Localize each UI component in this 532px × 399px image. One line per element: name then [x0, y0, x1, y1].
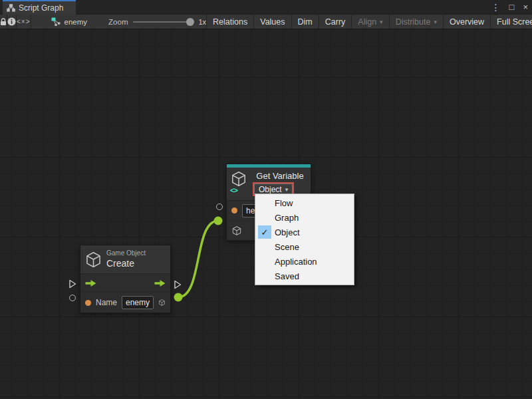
menu-item-object[interactable]: ✓ Object [255, 225, 354, 239]
name-input-port[interactable] [69, 295, 76, 301]
name-input[interactable]: enemy [122, 296, 154, 309]
menu-item-graph[interactable]: Graph [255, 210, 354, 225]
chevron-down-icon: ▾ [380, 19, 383, 25]
zoom-slider-knob[interactable] [186, 18, 194, 26]
flow-out-arrow-icon[interactable] [154, 280, 166, 287]
flow-output-port[interactable] [174, 280, 182, 289]
game-object-port-icon[interactable] [231, 225, 242, 236]
zoom-to-fit-button[interactable]: <×> [17, 15, 31, 29]
chevron-down-icon: ▾ [285, 186, 289, 193]
toolbar-button-fullscreen[interactable]: Full Screen [490, 15, 532, 29]
create-game-object-node[interactable]: Game Object Create Name enemy [80, 245, 171, 313]
node-title: Create [106, 258, 146, 270]
game-object-port-icon[interactable] [158, 297, 166, 308]
lock-button[interactable] [0, 15, 7, 29]
tab-title: Script Graph [19, 3, 63, 13]
cube-icon [84, 251, 102, 269]
toolbar-button-overview[interactable]: Overview [443, 15, 490, 29]
toolbar-button-relations[interactable]: Relations [206, 15, 253, 29]
breadcrumb-label: enemy [65, 18, 88, 26]
menu-item-saved[interactable]: Saved [255, 269, 354, 283]
info-icon [7, 17, 16, 26]
graph-toolbar: <×> enemy Zoom 1x Relations Values Dim C… [0, 15, 532, 29]
code-brackets-icon: <> [230, 186, 237, 194]
zoom-control: Zoom 1x [108, 15, 206, 29]
wire-target-port[interactable] [214, 217, 223, 225]
tab-script-graph[interactable]: Script Graph [3, 0, 76, 15]
create-node-header: Game Object Create [80, 245, 170, 273]
toolbar-button-distribute[interactable]: Distribute ▾ [389, 15, 443, 29]
variable-cube-icon: <> [230, 170, 250, 193]
wire-source-port[interactable] [174, 293, 183, 302]
flow-input-port[interactable] [68, 279, 76, 289]
maximize-button[interactable]: □ [509, 0, 515, 15]
variable-name-input-port[interactable] [216, 203, 223, 210]
window-menu-button[interactable]: ⋮ [491, 0, 501, 15]
menu-item-application[interactable]: Application [255, 254, 354, 269]
value-port-dot[interactable] [85, 300, 91, 306]
menu-item-scene[interactable]: Scene [255, 239, 354, 254]
check-icon: ✓ [258, 225, 271, 239]
name-label: Name [96, 298, 117, 307]
menu-item-flow[interactable]: Flow [255, 196, 354, 210]
zoom-slider[interactable] [133, 21, 193, 23]
toolbar-button-carry[interactable]: Carry [319, 15, 352, 29]
zoom-label: Zoom [108, 18, 128, 26]
node-title: Get Variable [253, 170, 307, 181]
node-category: Game Object [106, 249, 146, 258]
hierarchy-icon [7, 4, 15, 12]
flow-port-row [80, 274, 170, 292]
window-tab-bar: Script Graph ⋮ □ × [0, 0, 532, 15]
graph-breadcrumb[interactable]: enemy [51, 15, 88, 29]
lock-icon [0, 18, 7, 26]
graph-icon [51, 17, 61, 27]
graph-canvas[interactable]: Game Object Create Name enemy [0, 29, 532, 399]
close-button[interactable]: × [523, 0, 528, 15]
chevron-down-icon: ▾ [434, 19, 437, 25]
toolbar-button-align[interactable]: Align ▾ [351, 15, 388, 29]
zoom-value: 1x [198, 18, 206, 26]
info-button[interactable] [7, 15, 17, 29]
value-port-dot[interactable] [231, 207, 237, 213]
toolbar-button-values[interactable]: Values [253, 15, 291, 29]
connection-wire[interactable] [178, 221, 218, 297]
flow-in-arrow-icon[interactable] [85, 280, 96, 287]
scope-dropdown-menu: Flow Graph ✓ Object Scene Application Sa… [255, 194, 354, 285]
toolbar-button-dim[interactable]: Dim [291, 15, 319, 29]
name-port-row: Name enemy [80, 292, 170, 313]
code-icon: <×> [17, 18, 31, 25]
